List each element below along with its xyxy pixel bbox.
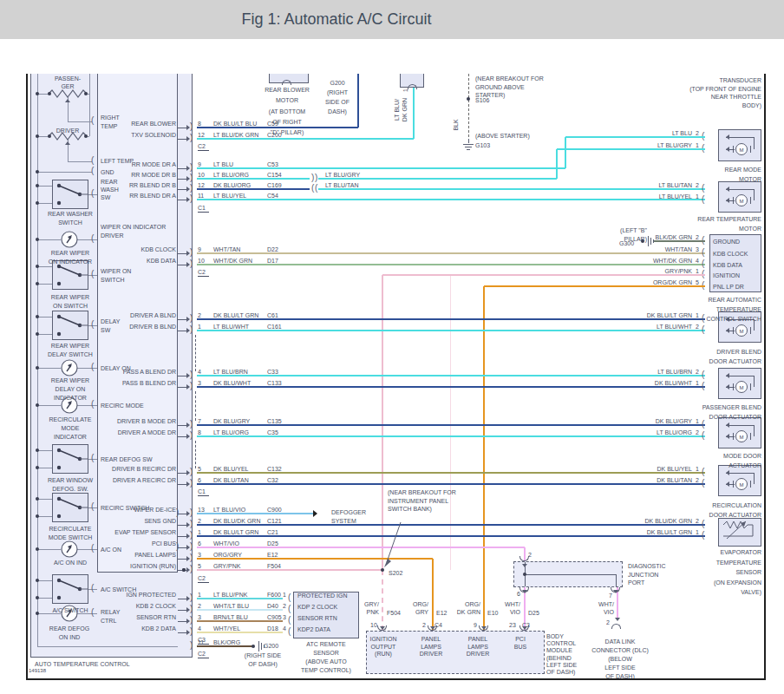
- wire: [726, 376, 754, 376]
- g200-bottom-label: G200: [264, 642, 278, 651]
- wire: [733, 383, 734, 390]
- wire: [77, 549, 97, 550]
- wire: [37, 450, 52, 451]
- label: 9: [474, 621, 477, 630]
- wire: [750, 146, 751, 153]
- pin-number: 1: [696, 528, 699, 537]
- connector-tag: C2: [198, 142, 209, 151]
- switch-icon: [52, 180, 88, 209]
- wire: [264, 645, 265, 648]
- pin-number: 1: [696, 311, 699, 320]
- wire: [467, 149, 470, 150]
- wire: [195, 441, 196, 468]
- wire: [754, 376, 755, 387]
- wire: [556, 149, 558, 179]
- connector-bracket: (: [702, 479, 704, 488]
- wire: [197, 620, 283, 622]
- junction-dot: [36, 201, 39, 205]
- connector-tag: C3: [198, 636, 209, 645]
- pin-number: 1: [696, 193, 699, 201]
- motor-circle: M: [735, 324, 748, 337]
- wire: [525, 574, 616, 575]
- rear-atc-pin-label: IGNITION: [713, 272, 740, 280]
- arrowhead: [430, 626, 435, 630]
- wire: [178, 610, 186, 611]
- wire-color: LT BLU/ORG: [623, 429, 692, 437]
- wire: [483, 286, 485, 631]
- label: GRY/ PNK: [351, 601, 379, 616]
- atc-bracket-label: REAR WASH SW: [101, 178, 119, 201]
- wire: [653, 239, 654, 243]
- rear-blower-motor-label: REAR BLOWER MOTOR (AT BOTTOM OF RIGHT "D…: [260, 85, 314, 138]
- wire: [733, 327, 734, 334]
- s202-label: S202: [389, 569, 402, 578]
- connector-bracket: (: [91, 320, 94, 329]
- wire-color: LT BLU/BRN: [623, 368, 692, 376]
- arrowhead: [522, 590, 527, 593]
- pin-number: 4: [283, 625, 286, 633]
- connector-bracket: ): [190, 194, 193, 203]
- connector-bracket: ): [190, 553, 193, 562]
- component-label: REAR WASHER SWITCH: [39, 210, 101, 227]
- g300-label: G300: [619, 239, 634, 248]
- label: F504: [387, 609, 401, 618]
- defogger-system-label: DEFOGGER SYSTEM: [331, 508, 366, 526]
- wire: [616, 574, 617, 586]
- junction-dot: [36, 184, 39, 187]
- junction-dot: [182, 568, 186, 572]
- connector-bracket: ): [315, 174, 317, 182]
- label: MODE DOOR ACTUATOR: [692, 451, 761, 470]
- connector-bracket: (: [91, 584, 94, 593]
- wire: [197, 167, 565, 169]
- arrowhead: [380, 626, 385, 630]
- wire: [77, 239, 97, 240]
- label: 2: [422, 621, 426, 630]
- wire: [750, 197, 751, 204]
- motor-circle: M: [735, 381, 748, 393]
- connector-bracket: (: [702, 325, 704, 334]
- txv-wire-color-label: LT BLU/ DK GRN: [394, 91, 408, 129]
- wire: [468, 74, 469, 137]
- atc-bracket-label: RECIRC MODE: [101, 402, 144, 410]
- wire: [178, 473, 186, 474]
- connector-bracket: ): [190, 468, 193, 476]
- wire: [37, 186, 52, 187]
- wire-color: DK BLU/LT GRN: [623, 311, 692, 320]
- junction-dot: [36, 265, 39, 268]
- wire: [178, 387, 186, 388]
- junction-dot: [36, 579, 39, 582]
- wire: [37, 239, 61, 240]
- connector-bracket: (: [91, 544, 94, 553]
- connector-bracket: (: [288, 605, 291, 613]
- wire: [178, 436, 186, 437]
- connector-bracket: ): [190, 382, 193, 390]
- wire-color: LT BLU/TAN: [623, 181, 692, 190]
- connector-tag: C1: [198, 488, 209, 496]
- wire: [178, 265, 186, 265]
- wire: [178, 559, 186, 560]
- connector-cup: [611, 624, 621, 629]
- atc-remote-pin-label: PROTECTED IGN: [297, 592, 348, 600]
- connector-cup: [408, 84, 417, 89]
- atc-bracket-label: WIPER ON SWITCH: [101, 267, 131, 285]
- connector-bracket: (: [702, 431, 704, 440]
- connector-bracket: (: [702, 259, 704, 268]
- connector-bracket: ): [190, 259, 193, 268]
- arrowhead: [522, 564, 527, 567]
- wire: [197, 188, 310, 190]
- pin-number: 2: [696, 429, 699, 437]
- pin-number: 2: [696, 323, 699, 331]
- connector-bracket: (: [702, 370, 704, 379]
- rear-mode-motor-label: REAR MODE MOTOR: [692, 165, 761, 184]
- connector-bracket: (: [91, 270, 94, 278]
- connector-bracket: (: [288, 627, 291, 636]
- connector-bracket: (: [702, 531, 704, 540]
- bcm-pin-label: PANEL LAMPS DRIVER: [462, 636, 493, 658]
- figure-code: 149138: [29, 666, 46, 675]
- wire: [650, 238, 651, 245]
- wire: [178, 139, 186, 140]
- connector-bracket: ): [190, 593, 193, 602]
- wire: [178, 376, 186, 376]
- wire: [37, 598, 52, 599]
- junction-dot: [84, 92, 88, 95]
